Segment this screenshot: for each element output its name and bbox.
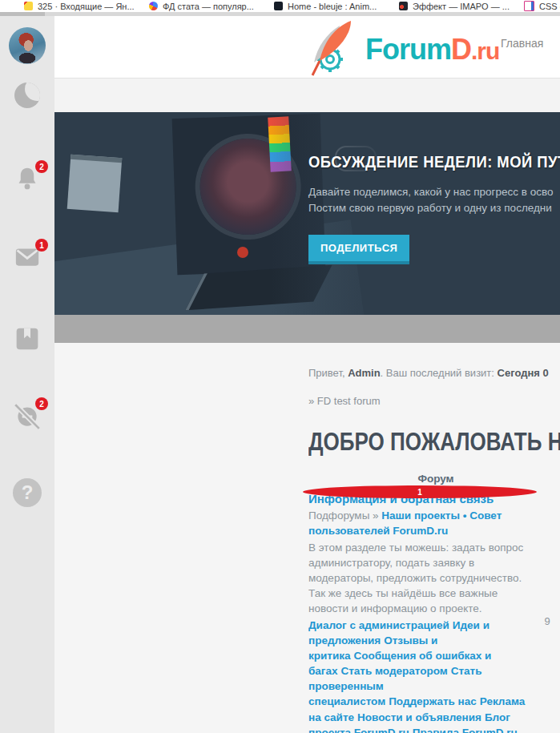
site-header: ForumD.ru Главная (54, 16, 560, 79)
question-icon: ? (13, 478, 42, 507)
notifications-button[interactable]: 2 (12, 163, 42, 194)
browser-tab[interactable]: Эффект — IMAPO — ... (393, 0, 518, 12)
subforum-link[interactable]: Наши проекты (381, 509, 460, 522)
sidebar: 2 1 2 ? ↓ (0, 16, 54, 733)
breadcrumb[interactable]: » FD test forum (308, 395, 560, 407)
forum-quick-link[interactable]: Поддержать нас (389, 695, 477, 707)
topics-count: 9 (531, 491, 560, 733)
logo-forum-text: Forum (365, 33, 451, 66)
unread-badge: 1 (303, 485, 537, 498)
tab-favicon-icon (149, 2, 158, 10)
forum-table: Форум 1 Информация и обратная связь Подф… (308, 473, 560, 733)
greeting-middle: . Ваш последний визит: (381, 367, 498, 379)
help-button[interactable]: ? (12, 477, 42, 508)
tab-favicon-icon (399, 2, 408, 10)
bookmark-icon (14, 326, 40, 352)
ignored-badge: 2 (35, 397, 48, 410)
forum-quick-link[interactable]: Стать модератором (341, 665, 448, 677)
forum-quick-links: Диалог с администрациейИдеи и предложени… (308, 618, 531, 733)
tab-title: ФД стата — популяр... (163, 2, 254, 11)
forum-row: 1 Информация и обратная связь Подфорумы … (308, 491, 560, 733)
tab-title: 325 · Входящие — Ян... (38, 2, 135, 11)
hero-title: ОБСУЖДЕНИЕ НЕДЕЛИ: МОЙ ПУТЬ ОСВОЕНИ (308, 152, 560, 171)
welcome-title: ДОБРО ПОЖАЛОВАТЬ НА F (308, 428, 520, 457)
browser-tab[interactable]: ФД стата — популяр... (143, 0, 268, 12)
hero-description: Давайте поделимся, какой у нас прогресс … (308, 184, 560, 217)
share-button[interactable]: ПОДЕЛИТЬСЯ (308, 235, 409, 264)
tab-favicon-icon (24, 2, 33, 10)
quill-gear-logo-icon (309, 19, 365, 77)
forum-column-header: Форум (308, 473, 560, 485)
forum-quick-link[interactable]: Диалог с администрацией (308, 619, 449, 631)
browser-tab-bar: 325 · Входящие — Ян... ФД стата — популя… (0, 0, 560, 12)
browser-tab[interactable]: Home - bleuje : Anim... (268, 0, 393, 12)
subforums-line: Подфорумы » Наши проектыСовет пользовате… (308, 508, 531, 538)
bookmarks-button[interactable] (12, 324, 42, 354)
page-content: ForumD.ru Главная ОБСУЖДЕНИЕ НЕДЕЛИ: МОЙ… (54, 16, 560, 733)
forum-description: В этом разделе ты можешь: задать вопрос … (308, 540, 531, 617)
tab-title: Эффект — IMAPO — ... (413, 2, 510, 11)
logo-ru-text: .ru (471, 38, 499, 64)
tab-favicon-icon (274, 2, 283, 10)
browser-tab[interactable]: 325 · Входящие — Ян... (18, 0, 143, 12)
tab-title: Home - bleuje : Anim... (288, 2, 377, 11)
logo-d-text: D (451, 33, 471, 66)
notifications-badge: 2 (35, 160, 48, 173)
dark-mode-toggle[interactable] (12, 80, 42, 111)
hero-description-line1: Давайте поделимся, какой у нас прогресс … (308, 184, 560, 200)
user-avatar[interactable] (9, 27, 46, 64)
messages-badge: 1 (35, 239, 48, 252)
subforums-label: Подфорумы » (308, 509, 381, 522)
greeting-prefix: Привет, (308, 367, 348, 379)
greeting-line: Привет, Admin. Ваш последний визит: Сего… (308, 367, 560, 379)
hero-description-line2: Постим свою первую работу и одну из посл… (308, 200, 560, 216)
tab-favicon-icon (524, 1, 534, 11)
tab-title: CSS ф (539, 2, 560, 11)
browser-tab[interactable]: CSS ф (518, 0, 560, 12)
ignored-users-button[interactable]: 2 (12, 401, 42, 431)
forum-quick-link[interactable]: Правила ForumD.ru (413, 727, 518, 733)
hero-banner: ОБСУЖДЕНИЕ НЕДЕЛИ: МОЙ ПУТЬ ОСВОЕНИ Дава… (54, 112, 560, 315)
forum-main: Привет, Admin. Ваш последний визит: Сего… (54, 343, 560, 733)
greeting-last-visit: Сегодня 0 (498, 367, 549, 379)
forum-quick-link[interactable]: Новости и объявления (357, 711, 481, 723)
nav-home-link[interactable]: Главная (501, 37, 543, 50)
header-spacer (54, 79, 560, 112)
forum-name-cell: 1 Информация и обратная связь Подфорумы … (308, 491, 531, 733)
site-logo[interactable]: ForumD.ru (309, 19, 499, 77)
site-logo-text: ForumD.ru (365, 24, 499, 77)
banner-bottom-band (54, 315, 560, 343)
moon-icon (14, 83, 40, 108)
greeting-username: Admin (348, 367, 380, 379)
messages-button[interactable]: 1 (12, 242, 42, 272)
hero-text-block: ОБСУЖДЕНИЕ НЕДЕЛИ: МОЙ ПУТЬ ОСВОЕНИ Дава… (308, 152, 560, 264)
